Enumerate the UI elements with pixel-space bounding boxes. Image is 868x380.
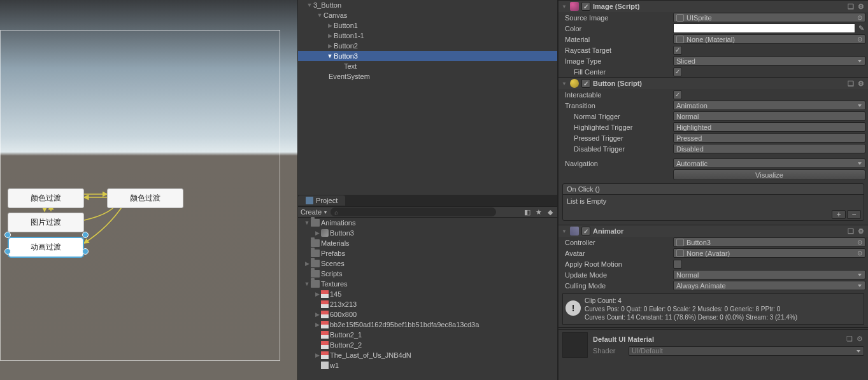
project-item[interactable]: ▶ Button3 (298, 228, 557, 238)
component-header[interactable]: ▼ ✓ Image (Script) ❏⚙ (559, 1, 868, 12)
remove-event-button[interactable]: − (847, 210, 861, 219)
hierarchy-item[interactable]: Text (298, 61, 557, 71)
source-image-field[interactable]: UISprite (673, 13, 865, 22)
hierarchy-item-eventsystem[interactable]: EventSystem (298, 71, 557, 81)
foldout-icon[interactable]: ▶ (313, 311, 321, 318)
hierarchy-item-canvas[interactable]: ▼ Canvas (298, 10, 557, 20)
hierarchy-panel[interactable]: ▼ 3_Button ▼ Canvas ▶ Button1 ▶ Button1-… (298, 0, 557, 195)
help-icon[interactable]: ❏ (846, 2, 855, 11)
project-panel[interactable]: Project Create▾ ⌕ ◧ ★ ◆ ▼ Animations (298, 195, 557, 380)
component-header[interactable]: ▼ ✓ Button (Script) ❏⚙ (559, 78, 868, 89)
texture-icon (321, 341, 329, 349)
update-mode-dropdown[interactable]: Normal (673, 270, 865, 279)
pressed-trigger-field[interactable]: Pressed (673, 133, 865, 143)
normal-trigger-field[interactable]: Normal (673, 111, 865, 121)
type-filter-icon[interactable]: ◆ (546, 208, 555, 216)
hierarchy-item[interactable]: ▶ Button1-1 (298, 31, 557, 41)
project-folder-prefabs[interactable]: Prefabs (298, 248, 557, 258)
project-folder-scripts[interactable]: Scripts (298, 269, 557, 279)
foldout-icon[interactable]: ▶ (313, 352, 321, 358)
scene-button-color-1[interactable]: 颜色过渡 (8, 188, 84, 208)
project-tree[interactable]: ▼ Animations ▶ Button3 Materials Prefabs… (298, 218, 557, 370)
disabled-trigger-field[interactable]: Disabled (673, 144, 865, 153)
raycast-checkbox[interactable]: ✓ (673, 46, 682, 55)
foldout-icon[interactable]: ▶ (326, 22, 334, 29)
hierarchy-item-selected[interactable]: ▼ Button3 (298, 51, 557, 61)
help-icon[interactable]: ❏ (846, 227, 855, 236)
project-folder-animations[interactable]: ▼ Animations (298, 218, 557, 228)
foldout-icon[interactable]: ▼ (326, 53, 334, 59)
gear-icon[interactable]: ⚙ (857, 2, 865, 11)
shader-dropdown[interactable]: UI/Default (629, 346, 864, 356)
help-icon[interactable]: ❏ (845, 335, 854, 344)
foldout-icon[interactable]: ▼ (561, 229, 567, 234)
material-field[interactable]: None (Material) (673, 34, 865, 44)
component-enabled-checkbox[interactable]: ✓ (581, 227, 590, 236)
scene-button-image[interactable]: 图片过渡 (8, 213, 84, 232)
eyedropper-icon[interactable]: ✎ (857, 24, 865, 33)
prop-label: Disabled Trigger (565, 145, 673, 153)
favorites-icon[interactable]: ★ (534, 208, 543, 216)
culling-mode-dropdown[interactable]: Always Animate (673, 281, 865, 290)
scene-button-color-2[interactable]: 颜色过渡 (107, 188, 183, 208)
foldout-icon[interactable]: ▼ (561, 4, 567, 10)
project-item[interactable]: ▶The_Last_of_Us_JNB4dN (298, 350, 557, 360)
project-tab[interactable]: Project (298, 195, 345, 206)
selection-handle[interactable] (82, 232, 89, 238)
foldout-icon[interactable]: ▼ (306, 2, 313, 8)
project-item[interactable]: 213x213 (298, 299, 557, 309)
visualize-button[interactable]: Visualize (673, 169, 865, 180)
foldout-icon[interactable]: ▼ (561, 81, 567, 87)
scene-view[interactable]: 颜色过渡 颜色过渡 图片过渡 动画过渡 (0, 0, 297, 380)
selection-handle[interactable] (4, 232, 11, 238)
foldout-icon[interactable]: ▼ (316, 12, 324, 18)
foldout-icon[interactable]: ▶ (313, 230, 321, 236)
interactable-checkbox[interactable]: ✓ (673, 90, 682, 99)
prop-label: Raycast Target (565, 46, 673, 54)
foldout-icon[interactable]: ▼ (303, 220, 311, 226)
inspector-panel[interactable]: ▼ ✓ Image (Script) ❏⚙ Source Image UISpr… (558, 0, 868, 380)
component-enabled-checkbox[interactable]: ✓ (581, 79, 590, 88)
foldout-icon[interactable]: ▼ (303, 281, 311, 287)
project-item[interactable]: ▶600x800 (298, 309, 557, 320)
project-search[interactable]: ⌕ (331, 208, 496, 216)
hierarchy-item-root[interactable]: ▼ 3_Button (298, 0, 557, 10)
add-event-button[interactable]: + (832, 210, 846, 219)
transition-dropdown[interactable]: Animation (673, 101, 865, 110)
root-motion-checkbox[interactable] (673, 260, 682, 269)
filter-icon[interactable]: ◧ (523, 208, 532, 216)
project-folder-scenes[interactable]: ▶ Scenes (298, 258, 557, 269)
scene-button-animation[interactable]: 动画过渡 (8, 237, 84, 258)
project-item[interactable]: ▶145 (298, 289, 557, 299)
highlighted-trigger-field[interactable]: Highlighted (673, 122, 865, 132)
gear-icon[interactable]: ⚙ (857, 79, 865, 88)
avatar-field[interactable]: None (Avatar) (673, 248, 865, 258)
project-item[interactable]: w1 (298, 360, 557, 370)
foldout-icon[interactable]: ▶ (313, 291, 321, 297)
project-folder-textures[interactable]: ▼ Textures (298, 279, 557, 289)
component-header[interactable]: ▼ ✓ Animator ❏⚙ (559, 225, 868, 237)
fill-center-checkbox[interactable]: ✓ (673, 67, 682, 76)
selection-handle[interactable] (4, 248, 11, 255)
navigation-dropdown[interactable]: Automatic (673, 158, 865, 168)
hierarchy-item[interactable]: ▶ Button1 (298, 20, 557, 31)
project-item[interactable]: ▶bb2e15f50ad162d95bef1bb51bdfa9ec8a13cd3… (298, 320, 557, 330)
color-field[interactable] (673, 24, 855, 33)
project-item[interactable]: Button2_1 (298, 330, 557, 340)
help-icon[interactable]: ❏ (846, 79, 855, 88)
create-dropdown[interactable]: Create▾ (301, 208, 327, 216)
foldout-icon[interactable]: ▶ (326, 32, 334, 39)
project-folder-materials[interactable]: Materials (298, 238, 557, 248)
info-line: Curves Pos: 0 Quat: 0 Euler: 0 Scale: 2 … (585, 305, 797, 313)
foldout-icon[interactable]: ▶ (303, 260, 311, 267)
project-item[interactable]: Button2_2 (298, 340, 557, 350)
image-type-dropdown[interactable]: Sliced (673, 56, 865, 66)
selection-handle[interactable] (82, 248, 89, 255)
foldout-icon[interactable]: ▶ (326, 43, 334, 49)
component-enabled-checkbox[interactable]: ✓ (581, 2, 590, 11)
hierarchy-item[interactable]: ▶ Button2 (298, 41, 557, 51)
foldout-icon[interactable]: ▶ (313, 321, 321, 328)
controller-field[interactable]: Button3 (673, 237, 865, 247)
gear-icon[interactable]: ⚙ (857, 227, 865, 236)
gear-icon[interactable]: ⚙ (855, 335, 864, 344)
